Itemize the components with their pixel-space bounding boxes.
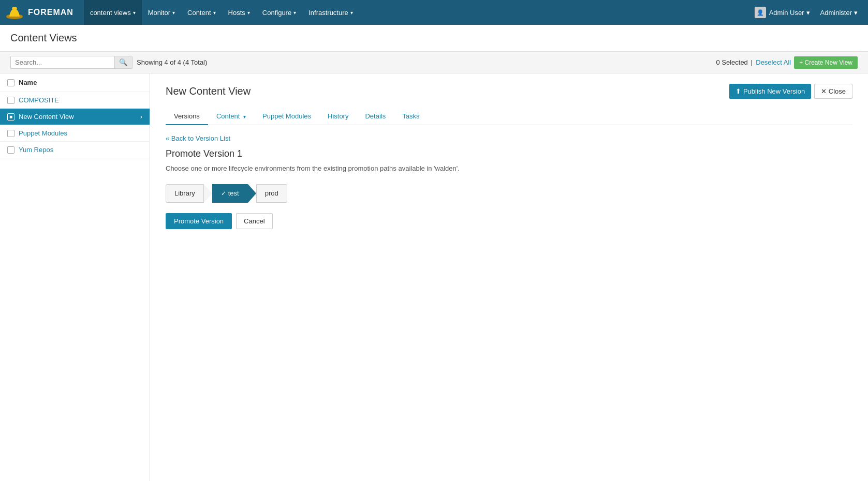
brand-name: FOREMAN: [28, 8, 73, 17]
lifecycle-arrow-2: [248, 184, 256, 203]
panel-header: New Content View ⬆ Publish New Version ✕…: [166, 84, 852, 99]
lifecycle-test-checkmark: ✓: [221, 190, 226, 197]
search-input[interactable]: [11, 56, 114, 68]
tab-versions[interactable]: Versions: [166, 108, 208, 125]
tabs: Versions Content ▾ Puppet Modules Histor…: [166, 108, 852, 125]
lifecycle-arrow-1: [204, 184, 212, 203]
promote-version-button[interactable]: Promote Version: [166, 213, 232, 229]
toolbar: 🔍 Showing 4 of 4 (4 Total) 0 Selected | …: [0, 52, 868, 73]
nav-content-views-arrow: ▾: [133, 10, 136, 16]
nav-content-views[interactable]: content views ▾: [84, 0, 142, 25]
cancel-button[interactable]: Cancel: [236, 213, 272, 229]
sidebar: Name COMPOSITE ■ New Content View › Pupp…: [0, 73, 150, 481]
page-header: Content Views: [0, 25, 868, 52]
yum-repos-checkbox[interactable]: [7, 146, 14, 154]
toolbar-left: 🔍 Showing 4 of 4 (4 Total): [10, 56, 207, 69]
content-tab-arrow: ▾: [243, 114, 246, 119]
sidebar-header-checkbox[interactable]: [7, 79, 14, 86]
showing-count: Showing 4 of 4 (4 Total): [137, 58, 207, 66]
app-logo[interactable]: FOREMAN: [5, 3, 73, 22]
selected-count: 0 Selected: [716, 58, 747, 66]
promote-actions: Promote Version Cancel: [166, 213, 852, 229]
tab-history[interactable]: History: [319, 108, 357, 125]
sidebar-name-header: Name: [0, 73, 150, 92]
sidebar-item-puppet-modules[interactable]: Puppet Modules: [0, 125, 150, 142]
user-menu-arrow: ▾: [806, 9, 810, 17]
search-box: 🔍: [10, 56, 133, 69]
nav-hosts[interactable]: Hosts ▾: [222, 0, 256, 25]
svg-point-1: [12, 7, 17, 10]
top-navigation-bar: FOREMAN content views ▾ Monitor ▾ Conten…: [0, 0, 868, 25]
publish-new-version-button[interactable]: ⬆ Publish New Version: [729, 84, 811, 99]
composite-checkbox[interactable]: [7, 97, 14, 104]
nav-content[interactable]: Content ▾: [181, 0, 222, 25]
deselect-all-link[interactable]: Deselect All: [756, 58, 791, 66]
page-title: Content Views: [10, 32, 858, 44]
user-menu[interactable]: 👤 Admin User ▾: [749, 0, 815, 25]
promote-title: Promote Version 1: [166, 148, 852, 159]
new-content-view-checkbox[interactable]: ■: [7, 113, 14, 121]
search-button[interactable]: 🔍: [114, 56, 132, 68]
nav-configure[interactable]: Configure ▾: [256, 0, 302, 25]
lifecycle-test[interactable]: ✓ test: [212, 184, 248, 203]
top-nav-right: 👤 Admin User ▾ Administer ▾: [749, 0, 863, 25]
tab-content[interactable]: Content ▾: [208, 108, 254, 125]
administer-menu-arrow: ▾: [854, 9, 858, 17]
tab-tasks[interactable]: Tasks: [394, 108, 428, 125]
nav-content-arrow: ▾: [213, 10, 216, 16]
lifecycle-library[interactable]: Library: [166, 184, 204, 203]
puppet-modules-checkbox[interactable]: [7, 130, 14, 137]
right-panel: New Content View ⬆ Publish New Version ✕…: [150, 73, 868, 481]
panel-title: New Content View: [166, 85, 251, 97]
nav-configure-arrow: ▾: [293, 10, 296, 16]
nav-hosts-arrow: ▾: [247, 10, 250, 16]
administer-menu[interactable]: Administer ▾: [815, 0, 863, 25]
nav-monitor[interactable]: Monitor ▾: [142, 0, 181, 25]
tab-details[interactable]: Details: [357, 108, 394, 125]
panel-actions: ⬆ Publish New Version ✕ Close: [729, 84, 852, 99]
sidebar-item-new-content-view[interactable]: ■ New Content View ›: [0, 109, 150, 125]
nav-monitor-arrow: ▾: [172, 10, 175, 16]
sidebar-item-yum-repos[interactable]: Yum Repos: [0, 142, 150, 158]
publish-icon: ⬆: [735, 87, 743, 95]
tab-puppet-modules[interactable]: Puppet Modules: [254, 108, 319, 125]
main-content: Name COMPOSITE ■ New Content View › Pupp…: [0, 73, 868, 481]
foreman-hat-icon: [5, 3, 24, 22]
close-button[interactable]: ✕ Close: [814, 84, 852, 99]
promote-description: Choose one or more lifecycle environment…: [166, 163, 852, 174]
lifecycle-path: Library ✓ test prod: [166, 184, 852, 203]
nav-infrastructure-arrow: ▾: [350, 10, 353, 16]
nav-infrastructure[interactable]: Infrastructure ▾: [302, 0, 359, 25]
sidebar-item-composite[interactable]: COMPOSITE: [0, 92, 150, 109]
toolbar-right: 0 Selected | Deselect All + Create New V…: [716, 56, 858, 69]
main-nav: content views ▾ Monitor ▾ Content ▾ Host…: [84, 0, 749, 25]
back-to-version-list-link[interactable]: « Back to Version List: [166, 134, 230, 142]
create-new-view-button[interactable]: + Create New View: [794, 56, 858, 69]
lifecycle-prod[interactable]: prod: [256, 184, 287, 203]
new-content-view-arrow: ›: [140, 113, 142, 121]
user-avatar-icon: 👤: [755, 7, 766, 18]
